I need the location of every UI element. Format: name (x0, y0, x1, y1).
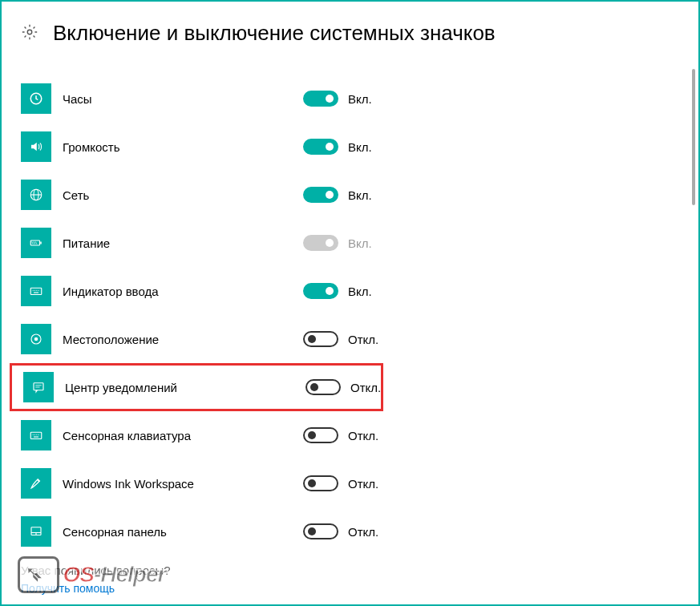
setting-row-power: ПитаниеВкл. (21, 219, 682, 267)
target-icon (21, 324, 51, 354)
battery-icon (21, 228, 51, 258)
setting-label: Windows Ink Workspace (63, 477, 303, 491)
setting-row-action-center: Центр уведомленийОткл. (10, 363, 383, 411)
setting-label: Питание (63, 236, 303, 250)
setting-row-ink: Windows Ink WorkspaceОткл. (21, 459, 682, 507)
help-question: У вас появились вопросы? (21, 564, 171, 577)
page-title: Включение и выключение системных значков (53, 21, 496, 46)
help-link[interactable]: Получить помощь (21, 582, 171, 595)
toggle-wrap: Откл. (303, 475, 378, 491)
setting-label: Сеть (63, 188, 303, 202)
toggle-wrap: Откл. (303, 427, 378, 443)
toggle-action-center[interactable] (305, 379, 341, 395)
toggle-ink[interactable] (303, 475, 338, 491)
toggle-location[interactable] (303, 331, 338, 347)
toggle-network[interactable] (303, 187, 338, 203)
setting-label: Часы (63, 92, 303, 106)
gear-icon (21, 23, 38, 44)
toggle-state-text: Вкл. (348, 236, 372, 250)
toggle-input-indicator[interactable] (303, 283, 338, 299)
keyboard-icon (21, 276, 51, 306)
toggle-state-text: Откл. (348, 429, 378, 442)
setting-row-touchpad: Сенсорная панельОткл. (21, 507, 682, 556)
setting-label: Громкость (63, 140, 303, 154)
toggle-wrap: Вкл. (303, 139, 372, 155)
help-footer: У вас появились вопросы? Получить помощь (21, 564, 171, 595)
toggle-touchpad[interactable] (303, 523, 338, 539)
toggle-touch-keyboard[interactable] (303, 427, 338, 443)
setting-row-touch-keyboard: Сенсорная клавиатураОткл. (21, 411, 682, 459)
setting-label: Индикатор ввода (63, 285, 303, 298)
keyboard-icon (21, 420, 51, 450)
system-icons-list: ЧасыВкл.ГромкостьВкл.СетьВкл.ПитаниеВкл.… (21, 75, 682, 556)
toggle-wrap: Вкл. (303, 187, 372, 203)
toggle-state-text: Вкл. (348, 140, 372, 154)
setting-row-clock: ЧасыВкл. (21, 75, 682, 123)
toggle-volume[interactable] (303, 139, 338, 155)
setting-label: Центр уведомлений (65, 381, 305, 394)
toggle-state-text: Откл. (348, 525, 378, 539)
clock-icon (21, 83, 51, 114)
toggle-power (303, 235, 338, 251)
toggle-wrap: Вкл. (303, 91, 372, 107)
globe-icon (21, 180, 51, 210)
toggle-wrap: Откл. (303, 523, 378, 539)
touchpad-icon (21, 516, 51, 547)
setting-row-network: СетьВкл. (21, 171, 682, 219)
pen-icon (21, 468, 51, 499)
volume-icon (21, 131, 51, 162)
setting-label: Местоположение (63, 333, 303, 346)
toggle-wrap: Откл. (305, 379, 381, 395)
toggle-state-text: Вкл. (348, 188, 372, 202)
setting-row-volume: ГромкостьВкл. (21, 123, 682, 171)
page-header: Включение и выключение системных значков (21, 21, 682, 46)
toggle-state-text: Откл. (348, 477, 378, 491)
toggle-state-text: Откл. (350, 381, 381, 394)
toggle-wrap: Откл. (303, 331, 378, 347)
toggle-state-text: Откл. (348, 333, 378, 346)
toggle-wrap: Вкл. (303, 235, 372, 251)
message-icon (23, 372, 54, 402)
scrollbar[interactable] (692, 69, 695, 205)
toggle-state-text: Вкл. (348, 285, 372, 298)
toggle-clock[interactable] (303, 91, 338, 107)
toggle-state-text: Вкл. (348, 92, 372, 106)
setting-label: Сенсорная клавиатура (63, 429, 303, 442)
setting-label: Сенсорная панель (63, 525, 303, 539)
setting-row-input-indicator: Индикатор вводаВкл. (21, 267, 682, 315)
toggle-wrap: Вкл. (303, 283, 372, 299)
setting-row-location: МестоположениеОткл. (21, 315, 682, 363)
